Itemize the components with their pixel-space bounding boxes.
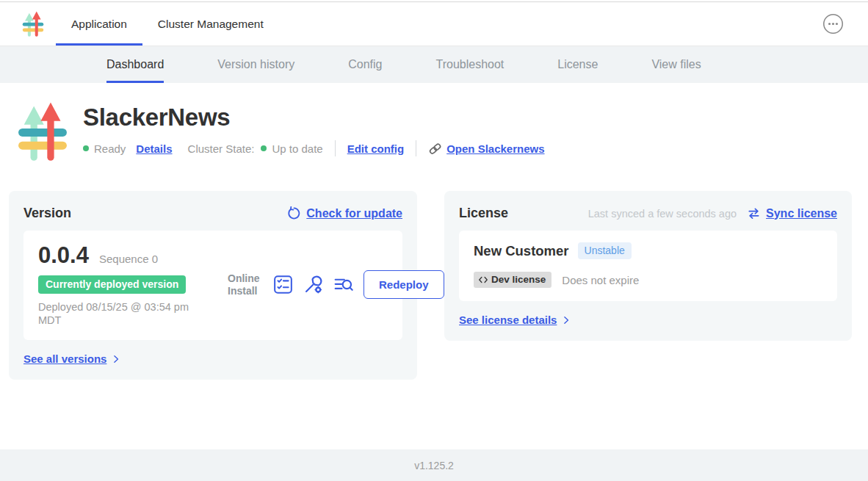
topnav-spacer — [279, 2, 822, 46]
edit-config-link[interactable]: Edit config — [347, 142, 405, 155]
license-card-title: License — [459, 206, 508, 221]
app-status-row: Ready Details Cluster State: Up to date … — [83, 140, 545, 156]
tab-view-files[interactable]: View files — [651, 46, 701, 83]
app-status-text: Ready — [94, 142, 126, 155]
customer-name: New Customer — [474, 243, 569, 259]
divider — [335, 140, 336, 156]
admin-console-page: Application Cluster Management Dashboard… — [0, 0, 868, 481]
license-expiry: Does not expire — [562, 274, 639, 286]
tab-dashboard[interactable]: Dashboard — [106, 46, 164, 83]
channel-badge: Unstable — [578, 242, 632, 259]
dashboard-cards: Version Check for update 0.0.4 Sequence — [9, 191, 852, 380]
version-number: 0.0.4 — [38, 242, 89, 269]
cluster-state-dot — [261, 145, 267, 151]
console-version: v1.125.2 — [414, 460, 454, 471]
code-icon — [478, 275, 488, 285]
overflow-menu-button[interactable] — [822, 2, 844, 46]
cluster-state-value: Up to date — [272, 142, 322, 155]
tab-version-history[interactable]: Version history — [217, 46, 294, 83]
refresh-icon — [287, 206, 301, 220]
see-all-versions-link[interactable]: See all versions — [23, 352, 106, 365]
divider — [416, 140, 416, 156]
chain-link-icon — [428, 142, 442, 156]
deployed-timestamp: Deployed 08/15/25 @ 03:54 pm MDT — [38, 300, 213, 327]
dashboard-main: SlackerNews Ready Details Cluster State:… — [0, 83, 868, 449]
version-card-title: Version — [23, 206, 71, 221]
chevron-right-icon — [111, 354, 121, 364]
preflight-checks-icon[interactable] — [273, 275, 293, 294]
details-link[interactable]: Details — [136, 142, 172, 155]
console-footer: v1.125.2 — [0, 449, 868, 481]
chevron-right-icon — [561, 315, 571, 325]
open-app-link[interactable]: Open Slackernews — [428, 142, 544, 156]
page-title: SlackerNews — [83, 104, 545, 131]
app-status-dot — [83, 145, 89, 151]
app-header: SlackerNews Ready Details Cluster State:… — [15, 99, 868, 168]
last-synced-text: Last synced a few seconds ago — [588, 208, 737, 220]
topnav-tabs: Application Cluster Management — [56, 2, 279, 46]
redeploy-button[interactable]: Redeploy — [364, 270, 444, 299]
tab-application[interactable]: Application — [56, 2, 142, 46]
sequence-label: Sequence 0 — [99, 253, 158, 265]
app-logo — [15, 99, 70, 168]
slackernews-app-icon — [15, 99, 70, 165]
tab-license[interactable]: License — [557, 46, 598, 83]
see-license-details-link[interactable]: See license details — [459, 314, 557, 326]
tab-troubleshoot[interactable]: Troubleshoot — [435, 46, 504, 83]
brand-logo — [21, 2, 46, 46]
license-type-badge: Dev license — [474, 272, 551, 288]
tab-config[interactable]: Config — [348, 46, 382, 83]
license-type-label: Dev license — [491, 274, 546, 285]
deployed-status-badge: Currently deployed version — [38, 275, 186, 294]
cluster-state-label: Cluster State: — [188, 142, 255, 155]
app-sub-navigation: Dashboard Version history Config Trouble… — [0, 46, 868, 83]
license-details-panel: New Customer Unstable Dev license Does n… — [459, 231, 837, 301]
version-card: Version Check for update 0.0.4 Sequence — [9, 191, 417, 380]
sync-license-link[interactable]: Sync license — [766, 207, 837, 220]
check-for-update-link[interactable]: Check for update — [306, 207, 402, 220]
edit-config-icon[interactable] — [303, 275, 323, 294]
license-card: License Last synced a few seconds ago Sy… — [444, 191, 852, 341]
top-navigation: Application Cluster Management — [0, 2, 868, 46]
install-type-label: Online Install — [228, 272, 263, 297]
current-version-panel: 0.0.4 Sequence 0 Currently deployed vers… — [23, 231, 402, 340]
sync-arrows-icon — [747, 206, 761, 220]
view-logs-icon[interactable] — [333, 275, 353, 294]
ellipsis-circle-icon — [822, 13, 844, 35]
slackernews-logo-icon — [21, 10, 46, 38]
open-app-label: Open Slackernews — [446, 142, 544, 155]
tab-cluster-management[interactable]: Cluster Management — [142, 2, 279, 46]
